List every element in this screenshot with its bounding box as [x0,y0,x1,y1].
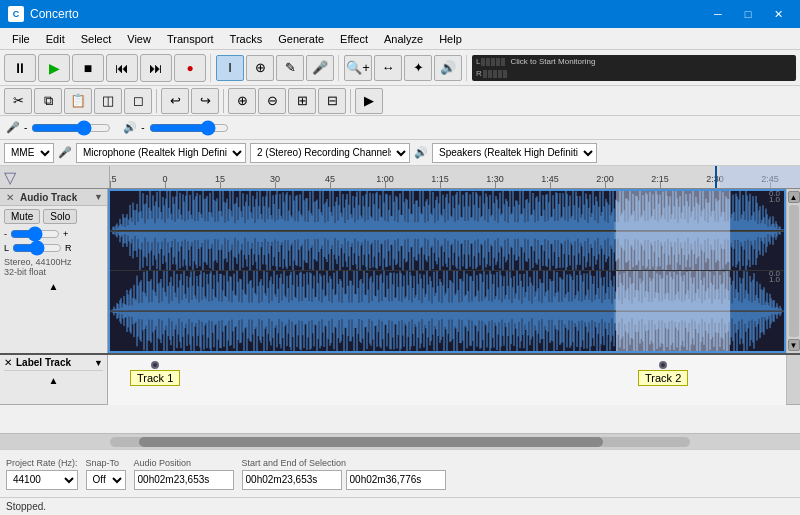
selection-tool-button[interactable]: I [216,55,244,81]
envelope-tool-button[interactable]: ⊕ [246,55,274,81]
audio-track-buttons: Mute Solo [0,206,107,227]
project-rate-label: Project Rate (Hz): [6,458,78,468]
label-text-1[interactable]: Track 1 [130,370,180,386]
mute-button[interactable]: Mute [4,209,40,224]
audio-track-name: Audio Track [20,192,90,203]
horizontal-scrollbar[interactable] [0,433,800,449]
snap-to-field: Snap-To Off [86,458,126,490]
play-at-speed-button[interactable]: ▶ [355,88,383,114]
solo-button[interactable]: Solo [43,209,77,224]
skip-back-button[interactable]: ⏮ [106,54,138,82]
selection-end-input[interactable] [346,470,446,490]
project-rate-select[interactable]: 44100 [6,470,78,490]
speaker-device-select[interactable]: Speakers (Realtek High Definiti [432,143,597,163]
pause-button[interactable]: ⏸ [4,54,36,82]
output-level-slider[interactable] [149,121,229,135]
stop-button[interactable]: ■ [72,54,104,82]
track-pan-row: L R [0,241,107,255]
label-track-arrow[interactable]: ▲ [6,375,101,386]
menu-transport[interactable]: Transport [159,31,222,47]
snap-to-label: Snap-To [86,458,126,468]
skip-fwd-button[interactable]: ⏭ [140,54,172,82]
zoom-in-button[interactable]: ⊕ [228,88,256,114]
audio-track: ✕ Audio Track ▼ Mute Solo - + L R [0,189,800,355]
record-button[interactable]: ● [174,54,206,82]
gain-slider[interactable] [10,229,60,239]
selection-inputs [242,470,446,490]
channels-select[interactable]: 2 (Stereo) Recording Channels [250,143,410,163]
gain-min-label: - [4,229,7,239]
menu-view[interactable]: View [119,31,159,47]
label-track-header: ✕ Label Track ▼ [4,357,103,371]
menu-tracks[interactable]: Tracks [222,31,271,47]
audio-host-select[interactable]: MME [4,143,54,163]
audio-track-close[interactable]: ✕ [4,191,16,203]
scroll-up-arrow[interactable]: ▲ [788,191,800,203]
menu-file[interactable]: File [4,31,38,47]
selection-label: Start and End of Selection [242,458,446,468]
redo-button[interactable]: ↪ [191,88,219,114]
sep2 [223,89,224,113]
label-track-close[interactable]: ✕ [4,357,12,368]
timeline-container: ▽ -1501530451:001:151:301:452:002:152:30… [0,166,800,188]
zoom-fit-button[interactable]: ⊞ [288,88,316,114]
zoom-sel-button[interactable]: ⊟ [318,88,346,114]
volume-row: 🎤 - 🔊 - [0,116,800,140]
speaker-icon: 🔊 [414,146,428,159]
scroll-down-arrow[interactable]: ▼ [788,339,800,351]
menu-edit[interactable]: Edit [38,31,73,47]
zoom-out-button[interactable]: ⊖ [258,88,286,114]
audio-track-panel: ✕ Audio Track ▼ Mute Solo - + L R [0,189,108,353]
scroll-thumb[interactable] [789,205,799,337]
level-meter-bottom[interactable]: R [476,69,792,79]
speaker-tool-button[interactable]: 🔊 [434,55,462,81]
copy-button[interactable]: ⧉ [34,88,62,114]
hscroll-track[interactable] [110,437,690,447]
menu-effect[interactable]: Effect [332,31,376,47]
menu-select[interactable]: Select [73,31,120,47]
audio-track-dropdown[interactable]: ▼ [94,192,103,202]
level-meter-top[interactable]: L Click to Start Monitoring [476,57,792,67]
paste-button[interactable]: 📋 [64,88,92,114]
time-shift-tool-button[interactable]: ↔ [374,55,402,81]
mic-tool-button[interactable]: 🎤 [306,55,334,81]
draw-tool-button[interactable]: ✎ [276,55,304,81]
selection-start-input[interactable] [242,470,342,490]
cut-button[interactable]: ✂ [4,88,32,114]
audio-pos-input[interactable] [134,470,234,490]
label-track: ✕ Label Track ▼ ▲ Track 1 Track 2 [0,355,800,405]
label-text-2[interactable]: Track 2 [638,370,688,386]
label-pin-1 [151,361,159,369]
edit-tools: ✂ ⧉ 📋 ◫ ◻ ↩ ↪ ⊕ ⊖ ⊞ ⊟ ▶ [4,88,387,114]
input-level-slider[interactable] [31,121,111,135]
trim-button[interactable]: ◫ [94,88,122,114]
hscroll-thumb[interactable] [139,437,603,447]
pan-slider[interactable] [12,243,62,253]
mic-device-select[interactable]: Microphone (Realtek High Defini [76,143,246,163]
toolbar-transport: ⏸ ▶ ■ ⏮ ⏭ ● I ⊕ ✎ 🎤 🔍+ ↔ ✦ 🔊 L [0,50,800,86]
menu-help[interactable]: Help [431,31,470,47]
silence-button[interactable]: ◻ [124,88,152,114]
timeline-ruler[interactable]: -1501530451:001:151:301:452:002:152:302:… [110,166,800,188]
audio-pos-field: Audio Position [134,458,234,490]
play-button[interactable]: ▶ [38,54,70,82]
multi-tool-button[interactable]: ✦ [404,55,432,81]
close-button[interactable]: ✕ [764,4,792,24]
vertical-scrollbar[interactable]: ▲ ▼ [786,189,800,353]
track-gain-row: - + [0,227,107,241]
maximize-button[interactable]: □ [734,4,762,24]
toolbar-edit: ✂ ⧉ 📋 ◫ ◻ ↩ ↪ ⊕ ⊖ ⊞ ⊟ ▶ [0,86,800,116]
menu-generate[interactable]: Generate [270,31,332,47]
minimize-button[interactable]: ─ [704,4,732,24]
level-meters: L Click to Start Monitoring R [472,55,796,81]
status-bar: Stopped. [0,497,800,515]
zoom-in-tool-button[interactable]: 🔍+ [344,55,372,81]
label-track-dropdown[interactable]: ▼ [94,358,103,368]
output-level-label: - [141,122,144,133]
label-marker-2: Track 2 [638,361,688,386]
menu-analyze[interactable]: Analyze [376,31,431,47]
label-track-area[interactable]: Track 1 Track 2 [108,355,786,405]
undo-button[interactable]: ↩ [161,88,189,114]
snap-to-select[interactable]: Off [86,470,126,490]
track-collapse-arrow[interactable]: ▲ [0,279,107,294]
